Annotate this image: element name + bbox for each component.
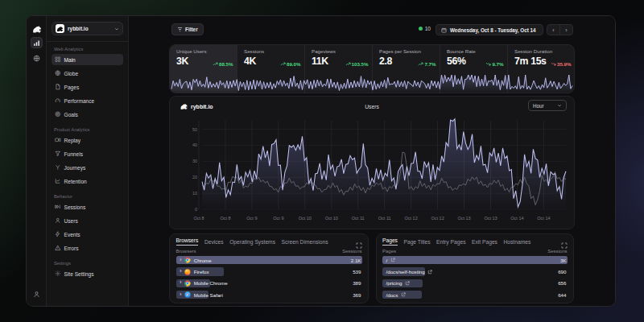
svg-text:Oct 11: Oct 11 bbox=[378, 216, 391, 221]
svg-text:30: 30 bbox=[192, 159, 197, 163]
svg-text:Oct 8: Oct 8 bbox=[193, 216, 204, 221]
svg-text:Oct 9: Oct 9 bbox=[273, 216, 283, 221]
svg-text:10: 10 bbox=[192, 191, 197, 196]
svg-text:Oct 10: Oct 10 bbox=[299, 216, 312, 221]
svg-text:Oct 13: Oct 13 bbox=[484, 216, 497, 221]
svg-text:Oct 14: Oct 14 bbox=[537, 216, 550, 221]
svg-text:0: 0 bbox=[195, 207, 197, 212]
svg-text:Oct 10: Oct 10 bbox=[325, 216, 338, 221]
svg-text:20: 20 bbox=[192, 175, 197, 180]
svg-text:Oct 12: Oct 12 bbox=[404, 216, 417, 221]
svg-text:50: 50 bbox=[192, 127, 197, 132]
svg-text:Oct 12: Oct 12 bbox=[431, 216, 444, 221]
svg-text:Oct 11: Oct 11 bbox=[352, 216, 365, 221]
svg-text:Oct 13: Oct 13 bbox=[457, 216, 470, 221]
svg-text:Oct 14: Oct 14 bbox=[510, 216, 523, 221]
svg-text:Oct 9: Oct 9 bbox=[246, 216, 257, 221]
svg-text:40: 40 bbox=[192, 142, 197, 147]
svg-text:Oct 8: Oct 8 bbox=[220, 216, 230, 221]
